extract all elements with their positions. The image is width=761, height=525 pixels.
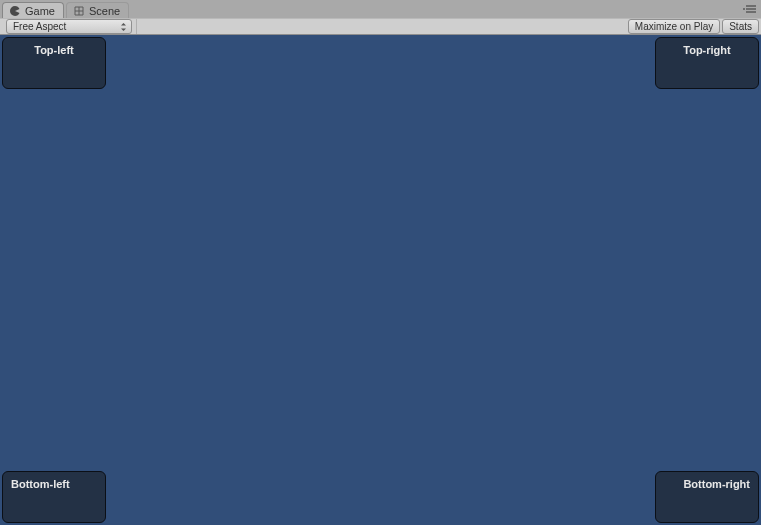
panel-bottom-right-label: Bottom-right (683, 478, 750, 490)
panel-top-left-label: Top-left (34, 44, 74, 56)
stats-label: Stats (729, 21, 752, 32)
aspect-dropdown[interactable]: Free Aspect (6, 19, 132, 34)
panel-bottom-left-label: Bottom-left (11, 478, 70, 490)
panel-bottom-right[interactable]: Bottom-right (655, 471, 759, 523)
grid-icon (73, 5, 85, 17)
maximize-on-play-label: Maximize on Play (635, 21, 713, 32)
editor-tabbar: Game Scene (0, 0, 761, 18)
stats-button[interactable]: Stats (722, 19, 759, 34)
tab-scene-label: Scene (89, 5, 120, 17)
dropdown-caret-icon (120, 22, 127, 32)
game-toolbar: Free Aspect Maximize on Play Stats (0, 18, 761, 35)
pacman-icon (9, 5, 21, 17)
panel-top-right[interactable]: Top-right (655, 37, 759, 89)
panel-bottom-left[interactable]: Bottom-left (2, 471, 106, 523)
svg-rect-8 (746, 8, 756, 10)
panel-top-left[interactable]: Top-left (2, 37, 106, 89)
tab-game-label: Game (25, 5, 55, 17)
maximize-on-play-button[interactable]: Maximize on Play (628, 19, 720, 34)
window-menu-icon[interactable] (743, 4, 757, 14)
toolbar-spacer (136, 19, 628, 34)
aspect-dropdown-label: Free Aspect (13, 21, 66, 32)
svg-rect-6 (746, 5, 756, 7)
panel-top-right-label: Top-right (683, 44, 730, 56)
svg-rect-9 (746, 11, 756, 13)
tab-scene[interactable]: Scene (66, 2, 129, 18)
game-viewport: Top-left Top-right Bottom-left Bottom-ri… (0, 35, 761, 525)
tab-game[interactable]: Game (2, 2, 64, 18)
svg-rect-7 (743, 8, 745, 10)
